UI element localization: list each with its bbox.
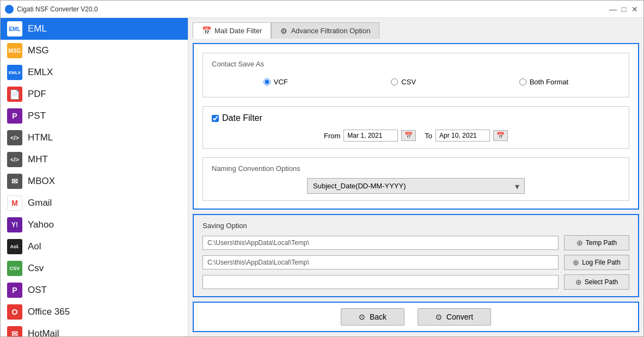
advance-icon: ⚙ [280,27,287,35]
select-path-label: Select Path [585,278,618,286]
sidebar-item-eml[interactable]: EMLEML [1,18,188,40]
log-path-icon: ⊕ [573,258,579,267]
gmail-icon: M [7,195,22,211]
sidebar-item-hotmail[interactable]: ✉HotMail [1,323,188,336]
sidebar-item-msg[interactable]: MSGMSG [1,40,188,62]
to-calendar-button[interactable]: 📅 [493,130,508,141]
naming-convention-label: Naming Convention Options [212,164,620,173]
vcf-option[interactable]: VCF [263,78,288,86]
sidebar-item-aol[interactable]: Aol.Aol [1,236,188,258]
maximize-button[interactable]: □ [620,5,628,14]
yahoo-icon: Y! [7,217,22,232]
title-bar-controls: — □ ✕ [609,5,639,14]
sidebar-item-html[interactable]: </>HTML [1,127,188,149]
sidebar-item-csv[interactable]: CSVCsv [1,258,188,279]
vcf-radio[interactable] [263,78,271,85]
sidebar-item-pdf[interactable]: 📄PDF [1,83,188,105]
naming-convention-select[interactable]: Subject_Date(DD-MM-YYYY) Date_Subject(DD… [307,178,525,194]
contact-save-as-options: VCF CSV Both Format [212,73,620,90]
contact-save-as-label: Contact Save As [212,60,620,68]
pst-icon: P [7,108,22,124]
date-filter-section: Date Filter From 📅 To 📅 [203,106,629,149]
log-path-button[interactable]: ⊕ Log File Path [564,255,629,270]
app-icon [5,5,14,14]
app-title: Cigati NSF Converter V20.0 [17,5,98,13]
naming-convention-section: Naming Convention Options Subject_Date(D… [203,157,629,201]
to-date-input[interactable] [436,130,490,142]
both-format-option[interactable]: Both Format [519,78,569,86]
sidebar-item-csv-label: Csv [28,263,44,274]
eml-icon: EML [7,21,22,36]
sidebar-item-pdf-label: PDF [28,89,46,100]
select-path-field[interactable] [203,275,559,289]
sidebar-item-mbox-label: MBOX [28,176,55,187]
sidebar-item-office365[interactable]: OOffice 365 [1,301,188,323]
back-label: Back [370,313,387,321]
sidebar-item-html-label: HTML [28,132,53,143]
msg-icon: MSG [7,43,22,58]
temp-path-field[interactable] [203,236,559,250]
naming-dropdown-wrapper: Subject_Date(DD-MM-YYYY) Date_Subject(DD… [212,178,620,194]
log-path-row: ⊕ Log File Path [203,255,629,270]
both-radio[interactable] [519,78,526,85]
sidebar-item-gmail-label: Gmail [28,198,52,209]
log-path-label: Log File Path [582,259,621,266]
office365-icon: O [7,304,22,320]
minimize-button[interactable]: — [609,5,617,14]
date-filter-label: Date Filter [222,113,262,123]
saving-option-label: Saving Option [203,222,629,230]
from-date-input[interactable] [344,130,398,142]
close-button[interactable]: ✕ [630,5,639,14]
sidebar-item-pst-label: PST [28,111,46,121]
sidebar-item-emlx-label: EMLX [28,67,53,78]
tab-advance-label: Advance Filtration Option [291,27,370,35]
contact-save-as-section: Contact Save As VCF CSV Both Format [203,53,629,97]
sidebar-item-pst[interactable]: PPST [1,105,188,127]
sidebar-item-msg-label: MSG [28,45,49,56]
sidebar-item-yahoo[interactable]: Y!Yahoo [1,214,188,236]
tab-advance-filtration[interactable]: ⚙ Advance Filtration Option [271,22,379,39]
date-filter-header: Date Filter [212,113,620,123]
sidebar-item-emlx[interactable]: EMLXEMLX [1,62,188,83]
from-label: From [324,132,340,140]
select-path-icon: ⊕ [575,278,582,286]
to-label: To [425,132,432,140]
sidebar: EMLEMLMSGMSGEMLXEMLX📄PDFPPST</>HTML</>MH… [1,18,188,336]
sidebar-item-aol-label: Aol [28,241,41,252]
sidebar-item-mht[interactable]: </>MHT [1,149,188,170]
select-path-button[interactable]: ⊕ Select Path [564,274,629,290]
tab-mail-date-label: Mail Date Filter [214,27,262,35]
emlx-icon: EMLX [7,65,22,80]
csv-radio[interactable] [391,78,398,85]
mbox-icon: ✉ [7,174,22,189]
bottom-bar: ⊙ Back ⊙ Convert [193,302,639,332]
date-filter-checkbox[interactable] [212,115,219,122]
sidebar-item-eml-label: EML [28,23,47,34]
title-bar-left: Cigati NSF Converter V20.0 [5,5,98,14]
temp-path-icon: ⊕ [576,238,583,247]
csv-option[interactable]: CSV [391,78,416,86]
temp-path-label: Temp Path [586,239,617,247]
sidebar-item-office365-label: Office 365 [28,307,70,317]
convert-button[interactable]: ⊙ Convert [418,308,491,326]
back-button[interactable]: ⊙ Back [341,308,404,326]
log-path-field[interactable] [203,255,559,269]
csv-label: CSV [401,78,416,86]
convert-label: Convert [446,313,473,321]
aol-icon: Aol. [7,239,22,254]
tab-mail-date-filter[interactable]: 📅 Mail Date Filter [193,22,271,39]
sidebar-item-mbox[interactable]: ✉MBOX [1,170,188,192]
temp-path-button[interactable]: ⊕ Temp Path [564,235,629,250]
sidebar-item-gmail[interactable]: MGmail [1,192,188,214]
both-format-label: Both Format [530,78,569,86]
date-row: From 📅 To 📅 [212,130,620,142]
naming-select-wrapper: Subject_Date(DD-MM-YYYY) Date_Subject(DD… [307,178,525,194]
convert-icon: ⊙ [436,313,442,321]
ost-icon: P [7,283,22,298]
saving-rows: ⊕ Temp Path ⊕ Log File Path [203,235,629,290]
from-calendar-button[interactable]: 📅 [401,130,416,141]
hotmail-icon: ✉ [7,326,22,336]
sidebar-item-yahoo-label: Yahoo [28,219,54,230]
sidebar-item-ost[interactable]: POST [1,279,188,301]
html-icon: </> [7,130,22,145]
